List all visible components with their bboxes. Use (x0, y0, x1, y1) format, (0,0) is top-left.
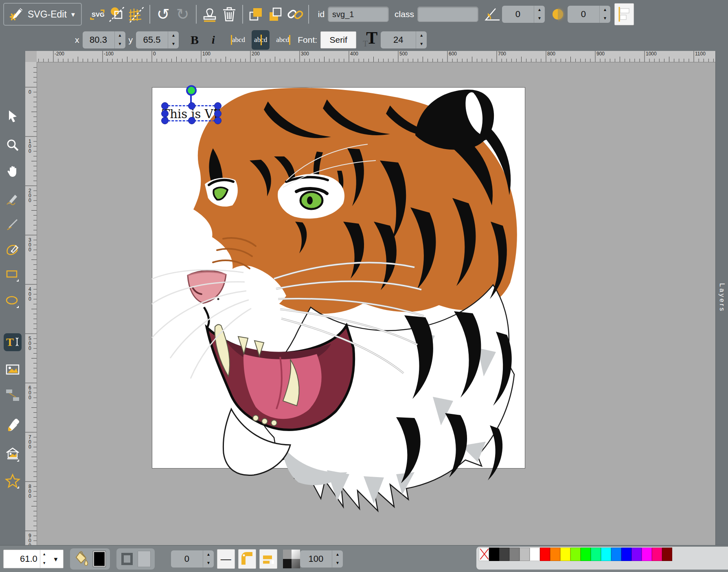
font-label: Font: (298, 35, 317, 45)
palette-swatch[interactable] (642, 548, 652, 561)
y-spinner-arrows[interactable]: ▲▼ (168, 31, 179, 48)
angle-value: 0 (502, 6, 534, 23)
rectangle-tool-button[interactable] (4, 266, 22, 284)
palette-swatch[interactable] (540, 548, 550, 561)
palette-swatch[interactable] (560, 548, 570, 561)
id-input[interactable] (328, 7, 389, 22)
select-tool-button[interactable] (4, 107, 22, 125)
palette-swatch[interactable] (581, 548, 591, 561)
zoom-control[interactable]: 61.0 ▲▼ ▼ (3, 550, 64, 568)
redo-button[interactable]: ↻ (173, 4, 193, 25)
line-tool-button[interactable] (4, 215, 22, 233)
link-button[interactable] (285, 4, 305, 25)
connector-tool-button[interactable] (4, 386, 22, 404)
rotate-handle[interactable] (186, 85, 197, 96)
palette-swatch[interactable] (621, 548, 632, 561)
linejoin-button[interactable] (238, 549, 256, 569)
fill-color-group[interactable] (70, 548, 110, 570)
edit-source-button[interactable]: SVG (88, 4, 107, 25)
main-menu-label: SVG-Edit (28, 9, 67, 20)
palette-swatch[interactable] (530, 548, 540, 561)
fill-color-swatch[interactable] (93, 551, 106, 567)
font-size-spinner[interactable]: 24 ▲▼ (381, 31, 427, 48)
palette-none-swatch[interactable] (479, 548, 489, 561)
opacity-spinner[interactable]: 100 ▲▼ (300, 550, 343, 568)
eyedropper-tool-button[interactable] (4, 417, 22, 435)
palette-swatch[interactable] (662, 548, 672, 561)
canvas-drawing[interactable]: This is V7 (152, 87, 525, 513)
shape-library-button[interactable] (4, 445, 22, 463)
zoom-dropdown-icon[interactable]: ▼ (48, 556, 63, 563)
font-family-button[interactable]: Serif (320, 31, 356, 48)
linecap-button[interactable] (259, 549, 277, 569)
selection-handle-e[interactable] (214, 110, 221, 117)
svg-text:0: 0 (153, 51, 156, 57)
ellipse-tool-button[interactable] (4, 293, 22, 310)
toolbar-separator (149, 5, 150, 24)
selection-handle-sw[interactable] (161, 117, 169, 124)
selection-handle-w[interactable] (161, 110, 169, 117)
x-spinner-arrows[interactable]: ▲▼ (114, 31, 125, 48)
layers-panel-title: Layers (718, 283, 726, 312)
x-value: 80.3 (83, 31, 114, 48)
angle-spinner[interactable]: 0 ▲▼ (502, 6, 545, 23)
selection-box[interactable] (164, 105, 219, 121)
move-to-bottom-button[interactable] (266, 4, 285, 25)
x-spinner[interactable]: 80.3 ▲▼ (83, 31, 125, 48)
star-icon (5, 473, 20, 489)
selection-handle-nw[interactable] (161, 102, 169, 110)
path-tool-button[interactable] (4, 241, 22, 259)
italic-button[interactable]: i (204, 31, 223, 49)
stroke-color-swatch[interactable] (138, 551, 151, 567)
palette-swatch[interactable] (489, 548, 499, 561)
grid-icon[interactable] (127, 4, 146, 25)
blur-spinner[interactable]: 0 ▲▼ (568, 6, 610, 23)
stroke-dash-button[interactable]: — (217, 549, 235, 569)
palette-swatch[interactable] (611, 548, 621, 561)
bold-button[interactable]: B (185, 31, 204, 49)
palette-swatch[interactable] (520, 548, 530, 561)
selection-handle-n[interactable] (188, 102, 195, 110)
angle-icon (482, 4, 502, 25)
text-anchor-middle-button[interactable]: abcd (252, 30, 270, 50)
zoom-tool-button[interactable] (4, 136, 22, 154)
selection-handle-s[interactable] (188, 117, 195, 124)
palette-swatch[interactable] (591, 548, 601, 561)
stroke-color-group[interactable] (116, 548, 155, 570)
move-to-top-button[interactable] (246, 4, 266, 25)
palette-swatch[interactable] (601, 548, 611, 561)
text-tool-button[interactable]: T (4, 333, 22, 351)
selection-handle-se[interactable] (214, 117, 221, 124)
blur-spinner-arrows[interactable]: ▲▼ (599, 6, 610, 23)
pan-tool-button[interactable] (4, 162, 22, 180)
palette-swatch[interactable] (499, 548, 509, 561)
opacity-arrows[interactable]: ▲▼ (332, 550, 343, 568)
image-tool-button[interactable] (4, 361, 22, 378)
main-menu-button[interactable]: SVG-Edit ▼ (3, 3, 82, 26)
palette-swatch[interactable] (652, 548, 662, 561)
font-size-spinner-arrows[interactable]: ▲▼ (416, 31, 427, 48)
layers-panel-toggle[interactable]: Layers (715, 51, 728, 545)
wireframe-mode-icon[interactable] (107, 4, 127, 25)
pencil-icon (5, 191, 20, 206)
palette-swatch[interactable] (550, 548, 560, 561)
clone-button[interactable] (200, 4, 219, 25)
selection-handle-ne[interactable] (214, 102, 221, 110)
palette-swatch[interactable] (632, 548, 642, 561)
text-anchor-start-button[interactable]: abcd (228, 30, 248, 50)
angle-spinner-arrows[interactable]: ▲▼ (534, 6, 545, 23)
zoom-spinner-arrows[interactable]: ▲▼ (40, 550, 48, 568)
star-tool-button[interactable] (4, 472, 22, 490)
palette-swatch[interactable] (509, 548, 520, 561)
y-spinner[interactable]: 65.5 ▲▼ (136, 31, 179, 48)
text-anchor-end-button[interactable]: abcd (274, 30, 293, 50)
align-left-button[interactable] (614, 3, 634, 25)
stroke-width-spinner[interactable]: 0 ▲▼ (171, 550, 214, 568)
palette-swatch[interactable] (570, 548, 581, 561)
svg-text:0: 0 (29, 345, 31, 351)
stroke-width-arrows[interactable]: ▲▼ (203, 550, 214, 568)
class-input[interactable] (417, 7, 478, 22)
pencil-tool-button[interactable] (4, 190, 22, 208)
undo-button[interactable]: ↺ (153, 4, 173, 25)
delete-button[interactable] (219, 4, 239, 25)
